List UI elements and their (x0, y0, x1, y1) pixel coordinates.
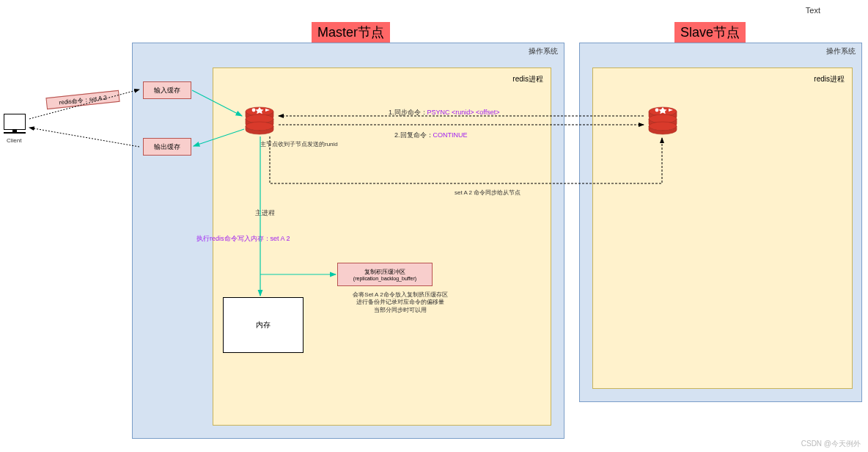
client-icon (4, 114, 26, 134)
redis-icon-slave (647, 103, 679, 136)
execute-label: 执行redis命令写入内存：set A 2 (196, 234, 290, 244)
runid-label: 主节点收到子节点发送的runid (260, 140, 338, 148)
backlog-line1: 复制积压缓冲区 (364, 268, 405, 276)
master-title: Master节点 (312, 22, 390, 43)
os-label-master: 操作系统 (529, 46, 558, 56)
slave-process-box: redis进程 (592, 68, 853, 389)
stray-text: Text (806, 6, 820, 15)
main-process-label: 主进程 (255, 208, 275, 218)
watermark: CSDN @今天例外 (801, 439, 861, 449)
client-command-label: redis命令：set A 2 (45, 90, 119, 109)
backlog-line2: (replication_backlog_buffer) (353, 276, 416, 281)
svg-point-3 (252, 109, 256, 112)
backlog-box: 复制积压缓冲区 (replication_backlog_buffer) (337, 263, 433, 286)
output-buffer: 输出缓存 (143, 138, 191, 156)
set-sync-label: set A 2 命令同步给从节点 (455, 189, 521, 197)
reply-label: 2.回复命令：CONTINUE (394, 131, 468, 140)
slave-title: Slave节点 (674, 22, 746, 43)
sync-label: 1.同步命令：PSYNC <runid> <offset> (389, 108, 499, 117)
svg-point-7 (655, 109, 659, 112)
input-buffer: 输入缓存 (143, 81, 191, 99)
redis-icon-master (243, 103, 276, 136)
process-label-master: redis进程 (512, 74, 543, 84)
backlog-notes: 会将Set A 2命令放入复制挤压缓存区 进行备份并记录对应命令的偏移量 当部分… (349, 291, 452, 314)
memory-box: 内存 (223, 297, 304, 353)
process-label-slave: redis进程 (814, 74, 845, 84)
os-label-slave: 操作系统 (826, 46, 856, 56)
client-label: Client (7, 137, 21, 144)
